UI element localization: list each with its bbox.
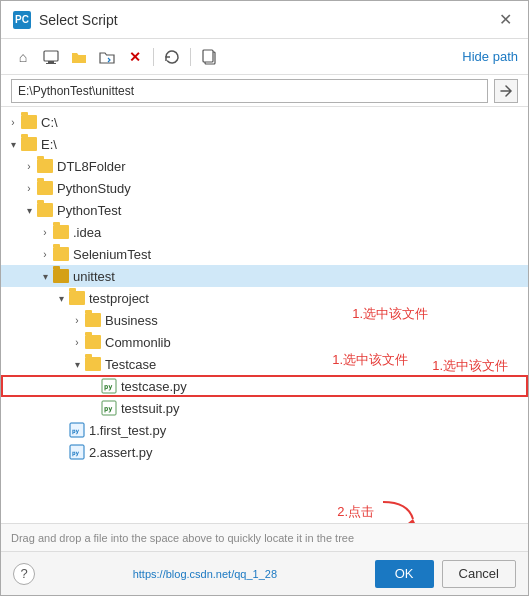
tree-item-first-test[interactable]: py 1.first_test.py [1, 419, 528, 441]
copy-button[interactable] [197, 45, 221, 69]
file-tree[interactable]: C:\ E:\ DTL8Folder PythonStudy [1, 107, 528, 523]
label-testcase-py: testcase.py [121, 379, 187, 394]
py-file-icon4: py [69, 444, 85, 460]
tree-item-dtl8[interactable]: DTL8Folder [1, 155, 528, 177]
folder-icon-testcase [85, 357, 101, 371]
folder-icon-business [85, 313, 101, 327]
label-first-test: 1.first_test.py [89, 423, 166, 438]
folder-icon-e [21, 137, 37, 151]
help-button[interactable]: ? [13, 563, 35, 585]
arrow-dtl8[interactable] [21, 158, 37, 174]
tree-item-testsuit-py[interactable]: py testsuit.py [1, 397, 528, 419]
blog-link[interactable]: https://blog.csdn.net/qq_1_28 [133, 568, 277, 580]
arrow-c[interactable] [5, 114, 21, 130]
app-icon: PC [13, 11, 31, 29]
label-testsuit-py: testsuit.py [121, 401, 180, 416]
hide-path-button[interactable]: Hide path [462, 49, 518, 64]
svg-marker-13 [408, 519, 416, 523]
tree-item-pystudy[interactable]: PythonStudy [1, 177, 528, 199]
arrow-pytest[interactable] [21, 202, 37, 218]
bottom-right: OK Cancel [375, 560, 516, 588]
arrow-testproject[interactable] [53, 290, 69, 306]
arrow-commonlib[interactable] [69, 334, 85, 350]
py-file-icon3: py [69, 422, 85, 438]
tree-item-assert-py[interactable]: py 2.assert.py [1, 441, 528, 463]
annotation-step1: 1.选中该文件 [332, 351, 408, 369]
arrow-e[interactable] [5, 136, 21, 152]
folder-icon-unittest [53, 269, 69, 283]
svg-rect-4 [203, 50, 213, 62]
arrow-business[interactable] [69, 312, 85, 328]
py-file-icon2: py [101, 400, 117, 416]
tree-item-unittest[interactable]: unittest [1, 265, 528, 287]
svg-text:py: py [104, 383, 113, 391]
arrow-assert-py [53, 444, 69, 460]
title-bar: PC Select Script ✕ [1, 1, 528, 39]
arrow-pystudy[interactable] [21, 180, 37, 196]
svg-text:py: py [72, 449, 80, 457]
folder-icon-idea [53, 225, 69, 239]
folder-icon-testproject [69, 291, 85, 305]
label-c: C:\ [41, 115, 58, 130]
label-dtl8: DTL8Folder [57, 159, 126, 174]
arrow-testcase-py [85, 378, 101, 394]
folder-move-button[interactable] [95, 45, 119, 69]
label-e: E:\ [41, 137, 57, 152]
svg-rect-0 [44, 51, 58, 61]
tree-item-pytest[interactable]: PythonTest [1, 199, 528, 221]
home-button[interactable]: ⌂ [11, 45, 35, 69]
tree-item-testcase-folder[interactable]: Testcase 1.选中该文件 [1, 353, 528, 375]
folder-button[interactable] [67, 45, 91, 69]
refresh-button[interactable] [160, 45, 184, 69]
arrow-testcase-folder[interactable] [69, 356, 85, 372]
folder-icon-selenium [53, 247, 69, 261]
toolbar-separator2 [190, 48, 191, 66]
path-input[interactable] [11, 79, 488, 103]
status-text: Drag and drop a file into the space abov… [11, 532, 354, 544]
svg-rect-2 [46, 63, 56, 64]
status-bar: Drag and drop a file into the space abov… [1, 523, 528, 551]
cancel-button[interactable]: Cancel [442, 560, 516, 588]
label-assert-py: 2.assert.py [89, 445, 153, 460]
tree-item-testproject[interactable]: testproject [1, 287, 528, 309]
ok-button[interactable]: OK [375, 560, 434, 588]
arrow-first-test [53, 422, 69, 438]
py-file-icon: py [101, 378, 117, 394]
title-left: PC Select Script [13, 11, 118, 29]
arrow-selenium[interactable] [37, 246, 53, 262]
folder-icon-c [21, 115, 37, 129]
label-testproject: testproject [89, 291, 149, 306]
delete-button[interactable]: ✕ [123, 45, 147, 69]
tree-item-business[interactable]: Business [1, 309, 528, 331]
tree-item-commonlib[interactable]: Commonlib [1, 331, 528, 353]
folder-icon-dtl8 [37, 159, 53, 173]
bottom-left: ? [13, 563, 35, 585]
dialog: PC Select Script ✕ ⌂ ✕ Hide path [0, 0, 529, 596]
tree-item-testcase-py[interactable]: py testcase.py 1.选中该文件 [1, 375, 528, 397]
path-bar [1, 75, 528, 107]
arrow-unittest[interactable] [37, 268, 53, 284]
label-testcase-folder: Testcase [105, 357, 156, 372]
toolbar-separator [153, 48, 154, 66]
label-selenium: SeleniumTest [73, 247, 151, 262]
annotation-arrow [378, 497, 418, 523]
path-go-button[interactable] [494, 79, 518, 103]
folder-icon-pytest [37, 203, 53, 217]
dialog-title: Select Script [39, 12, 118, 28]
computer-button[interactable] [39, 45, 63, 69]
folder-icon-pystudy [37, 181, 53, 195]
label-pystudy: PythonStudy [57, 181, 131, 196]
tree-item-selenium[interactable]: SeleniumTest [1, 243, 528, 265]
arrow-idea[interactable] [37, 224, 53, 240]
label-business: Business [105, 313, 158, 328]
tree-item-c[interactable]: C:\ [1, 111, 528, 133]
label-idea: .idea [73, 225, 101, 240]
close-button[interactable]: ✕ [495, 10, 516, 29]
toolbar: ⌂ ✕ Hide path [1, 39, 528, 75]
tree-item-idea[interactable]: .idea [1, 221, 528, 243]
arrow-testsuit [85, 400, 101, 416]
label-commonlib: Commonlib [105, 335, 171, 350]
bottom-bar: ? https://blog.csdn.net/qq_1_28 OK Cance… [1, 551, 528, 595]
label-unittest: unittest [73, 269, 115, 284]
tree-item-e[interactable]: E:\ [1, 133, 528, 155]
